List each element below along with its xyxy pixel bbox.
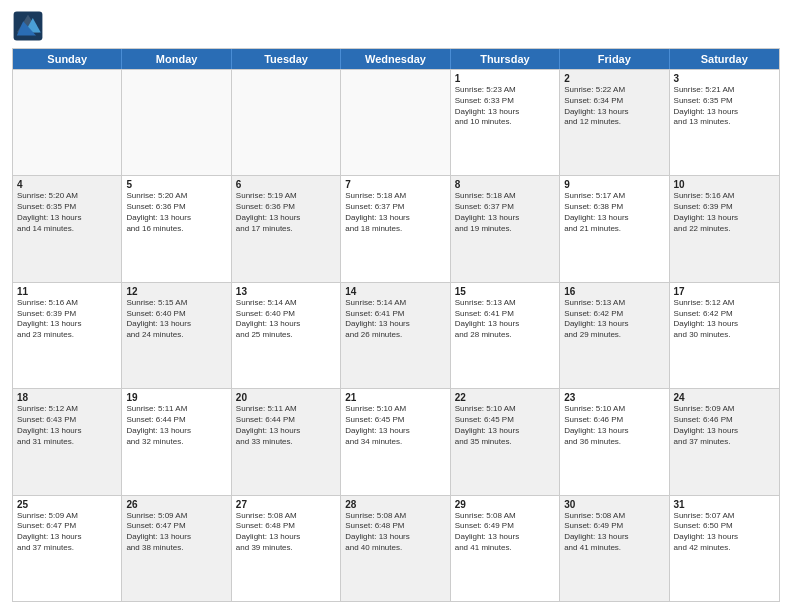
- logo-icon: [12, 10, 44, 42]
- day-cell: 17Sunrise: 5:12 AM Sunset: 6:42 PM Dayli…: [670, 283, 779, 388]
- day-number: 14: [345, 286, 445, 297]
- day-number: 20: [236, 392, 336, 403]
- day-cell: 3Sunrise: 5:21 AM Sunset: 6:35 PM Daylig…: [670, 70, 779, 175]
- day-number: 29: [455, 499, 555, 510]
- day-cell: 22Sunrise: 5:10 AM Sunset: 6:45 PM Dayli…: [451, 389, 560, 494]
- logo: [12, 10, 48, 42]
- day-number: 13: [236, 286, 336, 297]
- day-cell: 9Sunrise: 5:17 AM Sunset: 6:38 PM Daylig…: [560, 176, 669, 281]
- day-header-sunday: Sunday: [13, 49, 122, 69]
- day-info: Sunrise: 5:09 AM Sunset: 6:47 PM Dayligh…: [126, 511, 226, 554]
- day-number: 21: [345, 392, 445, 403]
- day-cell: 21Sunrise: 5:10 AM Sunset: 6:45 PM Dayli…: [341, 389, 450, 494]
- day-info: Sunrise: 5:08 AM Sunset: 6:48 PM Dayligh…: [236, 511, 336, 554]
- day-cell: 8Sunrise: 5:18 AM Sunset: 6:37 PM Daylig…: [451, 176, 560, 281]
- day-cell: [232, 70, 341, 175]
- day-info: Sunrise: 5:16 AM Sunset: 6:39 PM Dayligh…: [17, 298, 117, 341]
- day-info: Sunrise: 5:14 AM Sunset: 6:40 PM Dayligh…: [236, 298, 336, 341]
- day-header-thursday: Thursday: [451, 49, 560, 69]
- header: [12, 10, 780, 42]
- day-number: 10: [674, 179, 775, 190]
- day-number: 22: [455, 392, 555, 403]
- day-number: 17: [674, 286, 775, 297]
- day-cell: 15Sunrise: 5:13 AM Sunset: 6:41 PM Dayli…: [451, 283, 560, 388]
- day-cell: 2Sunrise: 5:22 AM Sunset: 6:34 PM Daylig…: [560, 70, 669, 175]
- day-cell: 6Sunrise: 5:19 AM Sunset: 6:36 PM Daylig…: [232, 176, 341, 281]
- day-info: Sunrise: 5:12 AM Sunset: 6:43 PM Dayligh…: [17, 404, 117, 447]
- day-number: 4: [17, 179, 117, 190]
- day-header-monday: Monday: [122, 49, 231, 69]
- day-info: Sunrise: 5:07 AM Sunset: 6:50 PM Dayligh…: [674, 511, 775, 554]
- calendar-body: 1Sunrise: 5:23 AM Sunset: 6:33 PM Daylig…: [13, 69, 779, 601]
- day-header-friday: Friday: [560, 49, 669, 69]
- day-info: Sunrise: 5:13 AM Sunset: 6:42 PM Dayligh…: [564, 298, 664, 341]
- day-number: 28: [345, 499, 445, 510]
- day-cell: 30Sunrise: 5:08 AM Sunset: 6:49 PM Dayli…: [560, 496, 669, 601]
- day-cell: [122, 70, 231, 175]
- day-header-wednesday: Wednesday: [341, 49, 450, 69]
- day-info: Sunrise: 5:10 AM Sunset: 6:45 PM Dayligh…: [345, 404, 445, 447]
- day-number: 12: [126, 286, 226, 297]
- day-info: Sunrise: 5:09 AM Sunset: 6:46 PM Dayligh…: [674, 404, 775, 447]
- day-info: Sunrise: 5:22 AM Sunset: 6:34 PM Dayligh…: [564, 85, 664, 128]
- day-cell: 1Sunrise: 5:23 AM Sunset: 6:33 PM Daylig…: [451, 70, 560, 175]
- day-number: 31: [674, 499, 775, 510]
- day-info: Sunrise: 5:15 AM Sunset: 6:40 PM Dayligh…: [126, 298, 226, 341]
- day-info: Sunrise: 5:10 AM Sunset: 6:45 PM Dayligh…: [455, 404, 555, 447]
- day-info: Sunrise: 5:08 AM Sunset: 6:49 PM Dayligh…: [455, 511, 555, 554]
- day-cell: 26Sunrise: 5:09 AM Sunset: 6:47 PM Dayli…: [122, 496, 231, 601]
- day-cell: 31Sunrise: 5:07 AM Sunset: 6:50 PM Dayli…: [670, 496, 779, 601]
- day-number: 15: [455, 286, 555, 297]
- day-info: Sunrise: 5:20 AM Sunset: 6:35 PM Dayligh…: [17, 191, 117, 234]
- day-info: Sunrise: 5:08 AM Sunset: 6:49 PM Dayligh…: [564, 511, 664, 554]
- week-row-2: 4Sunrise: 5:20 AM Sunset: 6:35 PM Daylig…: [13, 175, 779, 281]
- day-info: Sunrise: 5:17 AM Sunset: 6:38 PM Dayligh…: [564, 191, 664, 234]
- day-number: 26: [126, 499, 226, 510]
- week-row-4: 18Sunrise: 5:12 AM Sunset: 6:43 PM Dayli…: [13, 388, 779, 494]
- day-info: Sunrise: 5:18 AM Sunset: 6:37 PM Dayligh…: [345, 191, 445, 234]
- day-cell: 13Sunrise: 5:14 AM Sunset: 6:40 PM Dayli…: [232, 283, 341, 388]
- day-number: 27: [236, 499, 336, 510]
- day-info: Sunrise: 5:11 AM Sunset: 6:44 PM Dayligh…: [236, 404, 336, 447]
- day-number: 1: [455, 73, 555, 84]
- day-number: 11: [17, 286, 117, 297]
- day-cell: 11Sunrise: 5:16 AM Sunset: 6:39 PM Dayli…: [13, 283, 122, 388]
- day-cell: 10Sunrise: 5:16 AM Sunset: 6:39 PM Dayli…: [670, 176, 779, 281]
- day-number: 24: [674, 392, 775, 403]
- day-cell: 25Sunrise: 5:09 AM Sunset: 6:47 PM Dayli…: [13, 496, 122, 601]
- day-info: Sunrise: 5:13 AM Sunset: 6:41 PM Dayligh…: [455, 298, 555, 341]
- day-info: Sunrise: 5:18 AM Sunset: 6:37 PM Dayligh…: [455, 191, 555, 234]
- day-cell: 23Sunrise: 5:10 AM Sunset: 6:46 PM Dayli…: [560, 389, 669, 494]
- day-cell: 18Sunrise: 5:12 AM Sunset: 6:43 PM Dayli…: [13, 389, 122, 494]
- day-cell: 27Sunrise: 5:08 AM Sunset: 6:48 PM Dayli…: [232, 496, 341, 601]
- day-number: 3: [674, 73, 775, 84]
- day-header-saturday: Saturday: [670, 49, 779, 69]
- day-cell: 7Sunrise: 5:18 AM Sunset: 6:37 PM Daylig…: [341, 176, 450, 281]
- day-info: Sunrise: 5:14 AM Sunset: 6:41 PM Dayligh…: [345, 298, 445, 341]
- day-number: 2: [564, 73, 664, 84]
- day-cell: 20Sunrise: 5:11 AM Sunset: 6:44 PM Dayli…: [232, 389, 341, 494]
- day-info: Sunrise: 5:19 AM Sunset: 6:36 PM Dayligh…: [236, 191, 336, 234]
- day-cell: 24Sunrise: 5:09 AM Sunset: 6:46 PM Dayli…: [670, 389, 779, 494]
- calendar: SundayMondayTuesdayWednesdayThursdayFrid…: [12, 48, 780, 602]
- day-cell: 4Sunrise: 5:20 AM Sunset: 6:35 PM Daylig…: [13, 176, 122, 281]
- day-number: 8: [455, 179, 555, 190]
- day-number: 25: [17, 499, 117, 510]
- day-cell: 16Sunrise: 5:13 AM Sunset: 6:42 PM Dayli…: [560, 283, 669, 388]
- day-cell: 12Sunrise: 5:15 AM Sunset: 6:40 PM Dayli…: [122, 283, 231, 388]
- day-number: 16: [564, 286, 664, 297]
- day-info: Sunrise: 5:16 AM Sunset: 6:39 PM Dayligh…: [674, 191, 775, 234]
- page: SundayMondayTuesdayWednesdayThursdayFrid…: [0, 0, 792, 612]
- day-number: 7: [345, 179, 445, 190]
- day-info: Sunrise: 5:08 AM Sunset: 6:48 PM Dayligh…: [345, 511, 445, 554]
- day-number: 19: [126, 392, 226, 403]
- day-number: 30: [564, 499, 664, 510]
- day-number: 5: [126, 179, 226, 190]
- day-info: Sunrise: 5:21 AM Sunset: 6:35 PM Dayligh…: [674, 85, 775, 128]
- day-headers: SundayMondayTuesdayWednesdayThursdayFrid…: [13, 49, 779, 69]
- day-number: 6: [236, 179, 336, 190]
- week-row-3: 11Sunrise: 5:16 AM Sunset: 6:39 PM Dayli…: [13, 282, 779, 388]
- day-cell: 19Sunrise: 5:11 AM Sunset: 6:44 PM Dayli…: [122, 389, 231, 494]
- day-info: Sunrise: 5:23 AM Sunset: 6:33 PM Dayligh…: [455, 85, 555, 128]
- day-cell: 14Sunrise: 5:14 AM Sunset: 6:41 PM Dayli…: [341, 283, 450, 388]
